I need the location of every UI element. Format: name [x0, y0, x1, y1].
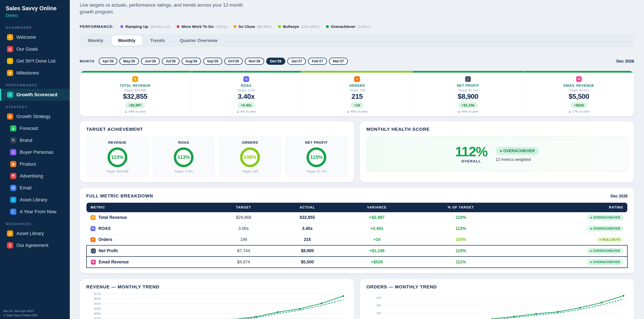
tab-monthly[interactable]: Monthly: [112, 35, 142, 46]
tab-quarter-overview[interactable]: Quarter Overview: [173, 35, 224, 46]
pencil-icon: ✎: [10, 137, 16, 143]
progress-ring: 115%: [306, 147, 326, 167]
kpi-card-roas: % ROAS Target: 3.00x 3.40x +0.40x ▲ 6% v…: [190, 71, 302, 116]
library-icon: ≡: [7, 230, 13, 237]
purple-dot-icon: [120, 25, 123, 28]
orange-dot-icon: [234, 25, 236, 28]
kpi-card-total-revenue: $ TOTAL REVENUE Target: $29,868 $32,855 …: [80, 71, 190, 116]
ring-target: Target: $29,868: [88, 170, 146, 173]
table-row: $Total Revenue $29,868 $32,855 +$2,987 1…: [86, 212, 627, 223]
sidebar-item-forecast[interactable]: ▲ Forecast: [0, 122, 70, 134]
sidebar-item-label: Product: [20, 161, 36, 167]
kpi-target: Target: 199: [305, 88, 409, 92]
month-pill-jan27[interactable]: Jan'27: [287, 58, 306, 65]
cell-actual: 215: [275, 234, 339, 245]
card-title: MONTHLY HEALTH SCORE: [366, 127, 628, 132]
performance-legend: PERFORMANCE: Ramping Up (Months 1-2) Mor…: [80, 24, 634, 29]
bar-chart-icon: ≡: [7, 92, 13, 98]
sidebar-item-our-agreement[interactable]: § Our Agreement: [0, 239, 70, 251]
month-pill-aug26[interactable]: Aug'26: [182, 58, 201, 65]
sidebar-item-our-goals[interactable]: ◎ Our Goals: [0, 43, 70, 55]
sidebar-item-welcome[interactable]: ☀ Welcome: [0, 31, 70, 43]
month-pill-nov26[interactable]: Nov'26: [245, 58, 264, 65]
sidebar-item-milestones[interactable]: ★ Milestones: [0, 67, 70, 79]
tab-trends[interactable]: Trends: [144, 35, 172, 46]
sidebar-item-asset-library[interactable]: ≡ Asset Library: [0, 228, 70, 239]
svg-text:$50K: $50K: [94, 302, 101, 306]
month-pill-sep26[interactable]: Sep'26: [203, 58, 222, 65]
cell-pct: 113%: [414, 223, 507, 234]
sidebar-item-growth-scorecard[interactable]: ≡ Growth Scorecard: [0, 89, 70, 101]
ring-label: ROAS: [154, 140, 213, 145]
rating-badge: ● OVERACHIEVER: [587, 259, 623, 265]
col-rating: RATING: [507, 203, 627, 212]
cell-target: 199: [212, 234, 275, 245]
sidebar-item-product[interactable]: ◆ Product: [0, 158, 70, 170]
sidebar-item-label: Get Sh*t Done List: [16, 58, 56, 64]
target-icon: ◎: [7, 46, 13, 52]
legend-item-overachiever: Overachiever (110%+): [326, 24, 371, 29]
kpi-value: 3.40x: [194, 92, 298, 100]
breakdown-period: Dec 2026: [610, 194, 628, 198]
month-pill-jul26[interactable]: Jul'26: [162, 58, 180, 65]
kpi-value: $8,900: [416, 92, 520, 100]
page-description: Live targets vs actuals, performance rat…: [80, 1, 244, 15]
cell-variance: +$2,987: [339, 212, 414, 223]
sidebar-item-asset-library-strategy[interactable]: ≡ Asset Library: [0, 194, 70, 206]
sidebar-item-label: Our Goals: [16, 46, 38, 52]
cell-target: $4,974: [212, 257, 275, 268]
kpi-label: TOTAL REVENUE: [83, 84, 187, 88]
orders-icon: #: [354, 76, 360, 82]
cell-pct: 110%: [414, 212, 507, 223]
month-pill-dec26[interactable]: Dec'26: [266, 58, 285, 65]
revenue-trend-chart: $0$10K$20K$30K$40K$50K$60K$70KAprMayJunJ…: [86, 291, 348, 319]
month-pill-mar27[interactable]: Mar'27: [329, 58, 348, 65]
envelope-icon: ✉: [10, 185, 16, 191]
kpi-delta-badge: +$526: [571, 102, 587, 108]
section-label-strategy: STRATEGY: [0, 101, 70, 110]
month-pill-apr26[interactable]: Apr'26: [99, 58, 118, 65]
cell-variance: +16: [339, 234, 414, 245]
month-pill-feb27[interactable]: Feb'27: [308, 58, 327, 65]
legend-item-so-close: So Close (85-99%): [234, 24, 272, 29]
month-selector: MONTH Apr'26 May'26 Jun'26 Jul'26 Aug'26…: [80, 58, 634, 65]
sidebar-item-get-shit-done[interactable]: ⚡ Get Sh*t Done List: [0, 55, 70, 67]
kpi-vs-prior: ▲ 6% vs prior: [194, 110, 298, 113]
sidebar-item-brand[interactable]: ✎ Brand: [0, 134, 70, 146]
cell-actual: $32,855: [275, 212, 339, 223]
sidebar-item-label: Growth Scorecard: [16, 92, 57, 97]
sidebar: Sales Savvy Online Demo DASHBOARD ☀ Welc…: [0, 0, 70, 319]
sidebar-item-label: Email: [20, 185, 32, 191]
document-icon: §: [7, 242, 13, 249]
month-selector-label: MONTH: [80, 59, 94, 63]
col-target: TARGET: [212, 203, 275, 212]
health-score-card: MONTHLY HEALTH SCORE 112% OVERALL ● OVER…: [360, 121, 634, 182]
sidebar-item-label: Growth Strategy: [16, 114, 50, 119]
sidebar-header: Sales Savvy Online Demo: [0, 0, 70, 21]
lightning-icon: ⚡: [7, 58, 13, 64]
sidebar-item-email[interactable]: ✉ Email: [0, 182, 70, 194]
ring-roas: ROAS 113% Target: 3.00x: [153, 136, 215, 177]
table-row: #Orders 199 215 +16 108% ● BULLSEYE: [86, 234, 627, 245]
sidebar-item-growth-strategy[interactable]: ✿ Growth Strategy: [0, 110, 70, 122]
trophy-icon: ★: [7, 70, 13, 76]
sidebar-item-a-year-from-now[interactable]: ☾ A Year From Now: [0, 206, 70, 218]
tab-weekly[interactable]: Weekly: [81, 35, 110, 46]
overachiever-badge: ● OVERACHIEVER: [496, 147, 539, 155]
sidebar-item-advertising[interactable]: ⚑ Advertising: [0, 170, 70, 182]
sidebar-item-buyer-personas[interactable]: ☺ Buyer Personas: [0, 146, 70, 158]
orders-trend-card: ORDERS — MONTHLY TREND 0100200300400AprM…: [360, 279, 634, 319]
col-metric: METRIC: [86, 203, 212, 212]
month-pill-jun26[interactable]: Jun'26: [141, 58, 160, 65]
ring-target: Target: $7,744: [287, 170, 346, 173]
cell-target: $29,868: [212, 212, 275, 223]
svg-text:$70K: $70K: [94, 292, 101, 296]
cell-pct: 115%: [414, 245, 507, 257]
legend-item-label: Ramping Up: [125, 24, 148, 29]
month-pill-oct26[interactable]: Oct'26: [224, 58, 243, 65]
card-title: TARGET ACHIEVEMENT: [86, 127, 348, 132]
table-header-row: METRIC TARGET ACTUAL VARIANCE % OF TARGE…: [86, 203, 627, 212]
rating-color-bar: [191, 71, 302, 73]
month-pill-may26[interactable]: May'26: [119, 58, 139, 65]
bank-icon: ⌂: [465, 76, 471, 82]
